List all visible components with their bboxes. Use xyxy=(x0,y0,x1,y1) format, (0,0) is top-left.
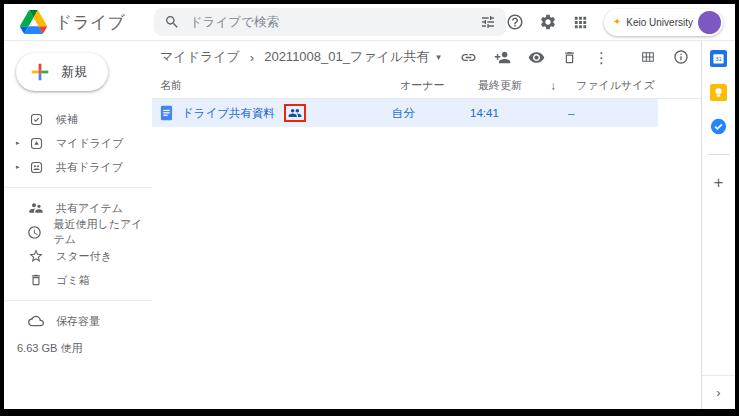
google-calendar-icon[interactable]: 31 xyxy=(710,50,727,67)
account-badge[interactable]: ✦ Keio University xyxy=(604,9,723,36)
shared-drive-icon xyxy=(28,160,44,175)
file-name-label: ドライブ共有資料 xyxy=(182,106,275,121)
column-header-modified[interactable]: 最終更新 xyxy=(478,78,550,93)
sidebar-divider xyxy=(4,300,152,301)
sort-direction-icon[interactable]: ↓ xyxy=(550,79,576,93)
main-content: マイドライブ › 20211008_01_ファイル共有 ▾ xyxy=(152,41,701,409)
header-actions: ✦ Keio University xyxy=(506,9,723,36)
breadcrumb: マイドライブ › 20211008_01_ファイル共有 ▾ xyxy=(152,41,701,73)
sidebar-item-recent[interactable]: 最近使用したアイテム xyxy=(4,220,152,244)
breadcrumb-root[interactable]: マイドライブ xyxy=(160,48,240,66)
google-apps-grid-icon[interactable] xyxy=(572,14,589,31)
storage-used-label: 6.63 GB 使用 xyxy=(4,341,152,356)
app-body: 新規 候補 ▸ マイドライブ ▸ 共有 xyxy=(4,41,735,409)
get-link-icon[interactable] xyxy=(460,49,477,66)
multicolor-plus-icon xyxy=(29,61,51,83)
settings-gear-icon[interactable] xyxy=(539,13,557,31)
sidebar-item-suggestions[interactable]: 候補 xyxy=(4,107,152,131)
new-button-label: 新規 xyxy=(61,63,87,81)
people-icon xyxy=(28,200,44,216)
sidebar-divider xyxy=(4,187,152,188)
sidebar-item-shared-drives[interactable]: ▸ 共有ドライブ xyxy=(4,155,152,179)
expand-arrow-icon[interactable]: ▸ xyxy=(16,139,28,147)
shared-people-icon xyxy=(288,107,302,119)
google-docs-file-icon xyxy=(160,105,173,121)
breadcrumb-dropdown-icon[interactable]: ▾ xyxy=(436,52,441,62)
svg-text:31: 31 xyxy=(715,56,722,62)
sidebar-item-label: 保存容量 xyxy=(56,314,100,329)
google-keep-icon[interactable] xyxy=(710,84,727,101)
selection-toolbar: ⋮ xyxy=(460,49,689,66)
sidebar-item-storage[interactable]: 保存容量 xyxy=(4,309,152,333)
file-row-selected[interactable]: ドライブ共有資料 自分 14:41 – xyxy=(152,99,658,127)
details-info-icon[interactable] xyxy=(673,49,689,65)
left-sidebar: 新規 候補 ▸ マイドライブ ▸ 共有 xyxy=(4,41,152,409)
expand-arrow-icon[interactable]: ▸ xyxy=(16,163,28,171)
sidebar-item-label: ゴミ箱 xyxy=(56,273,90,288)
sidebar-item-label: 共有ドライブ xyxy=(56,160,123,175)
collapse-panel-chevron-icon[interactable]: › xyxy=(702,375,735,409)
column-header-owner[interactable]: オーナー xyxy=(400,78,478,93)
search-options-icon[interactable] xyxy=(480,14,496,30)
sidebar-item-starred[interactable]: スター付き xyxy=(4,244,152,268)
trash-icon xyxy=(28,273,44,287)
add-addon-icon[interactable]: + xyxy=(714,174,724,191)
share-person-add-icon[interactable] xyxy=(494,49,511,66)
search-placeholder: ドライブで検索 xyxy=(190,14,470,31)
breadcrumb-separator-icon: › xyxy=(250,50,254,65)
google-tasks-icon[interactable] xyxy=(710,118,727,135)
file-size-cell: – xyxy=(568,107,658,119)
delete-icon[interactable] xyxy=(562,50,577,65)
column-header-size[interactable]: ファイルサイズ xyxy=(576,78,701,93)
my-drive-icon xyxy=(28,136,44,151)
search-icon[interactable] xyxy=(164,14,180,30)
column-header-name[interactable]: 名前 xyxy=(160,78,400,93)
search-input[interactable]: ドライブで検索 xyxy=(154,8,506,36)
app-window: ドライブ ドライブで検索 ✦ Keio University xyxy=(0,0,739,416)
file-name-cell: ドライブ共有資料 xyxy=(160,104,392,122)
sidebar-item-label: マイドライブ xyxy=(56,136,124,151)
keio-logo-icon: ✦ xyxy=(613,17,621,27)
sidebar-item-label: 最近使用したアイテム xyxy=(54,217,152,247)
drive-logo-icon xyxy=(20,10,47,34)
sidebar-item-label: スター付き xyxy=(56,249,112,264)
more-options-icon[interactable]: ⋮ xyxy=(594,50,609,65)
sidebar-item-trash[interactable]: ゴミ箱 xyxy=(4,268,152,292)
annotation-red-box xyxy=(284,104,306,122)
drive-logo-area[interactable]: ドライブ xyxy=(20,10,154,34)
file-modified-cell: 14:41 xyxy=(470,107,542,119)
sidebar-item-label: 共有アイテム xyxy=(56,201,123,216)
preview-eye-icon[interactable] xyxy=(528,49,545,66)
user-avatar[interactable] xyxy=(698,11,721,34)
file-owner-cell: 自分 xyxy=(392,106,470,121)
top-header: ドライブ ドライブで検索 ✦ Keio University xyxy=(4,4,735,41)
help-icon[interactable] xyxy=(506,13,524,31)
file-list-header: 名前 オーナー 最終更新 ↓ ファイルサイズ xyxy=(152,73,701,99)
cloud-icon xyxy=(28,313,44,329)
clock-icon xyxy=(27,225,42,240)
side-panel-divider xyxy=(708,154,730,155)
sidebar-item-my-drive[interactable]: ▸ マイドライブ xyxy=(4,131,152,155)
star-icon xyxy=(28,248,44,264)
right-side-panel: 31 + › xyxy=(701,41,735,409)
sidebar-item-label: 候補 xyxy=(56,112,78,127)
app-title: ドライブ xyxy=(55,11,125,34)
account-org-label: Keio University xyxy=(626,17,693,28)
check-square-icon xyxy=(28,112,44,127)
new-button[interactable]: 新規 xyxy=(16,53,108,91)
grid-view-toggle-icon[interactable] xyxy=(640,49,656,65)
breadcrumb-current[interactable]: 20211008_01_ファイル共有 xyxy=(264,48,429,66)
